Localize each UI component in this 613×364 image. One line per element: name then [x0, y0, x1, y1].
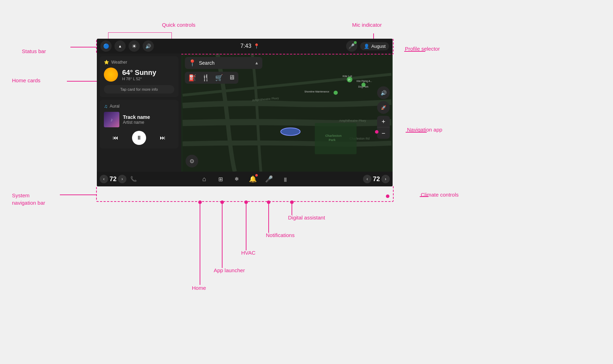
svg-rect-0 — [183, 53, 392, 172]
track-thumb-icon: ♪ — [111, 117, 113, 122]
map-search-text: Search — [199, 60, 252, 66]
weather-temperature: 64° Sunny — [122, 69, 156, 77]
home-line — [200, 202, 200, 285]
app-launcher-label: App launcher — [214, 267, 245, 273]
shopping-button[interactable]: 🛒 — [215, 74, 223, 82]
temp-left-down-button[interactable]: ‹ — [100, 175, 108, 183]
weather-icon: ⭐ — [104, 60, 109, 65]
map-search-bar[interactable]: 📍 Search ▲ — [185, 57, 262, 69]
screen-button[interactable]: 🖥 — [229, 74, 235, 82]
hvac-dot — [244, 200, 248, 204]
map-right-controls: 🔊 🚀 + − — [377, 87, 390, 139]
home-cards-line — [67, 81, 97, 82]
phone-button[interactable]: 📞 — [128, 173, 139, 185]
app-launcher-dot — [220, 200, 224, 204]
track-info: Track name Artist name — [123, 114, 150, 125]
quick-controls-line-top — [108, 32, 171, 33]
music-app-name: Aural — [110, 104, 120, 109]
map-categories: ⛽ 🍴 🛒 🖥 — [185, 72, 238, 84]
digital-asst-dot — [290, 200, 294, 204]
map-nav-button[interactable]: 🚀 — [377, 101, 390, 114]
svg-text:Park: Park — [329, 138, 336, 142]
svg-point-16 — [333, 91, 338, 95]
digital-assistant-button[interactable]: 🎤 — [263, 173, 275, 185]
left-panel: ⭐ Weather 64° Sunny H 78° L 52° Tap card… — [97, 53, 181, 172]
mic-indicator-label: Mic indicator — [352, 22, 382, 28]
hvac-button[interactable]: ❄ — [231, 173, 242, 185]
bottom-nav-bar: ‹ 72 › 📞 ⌂ ⊞ ❄ 🔔 🎤 ||| ‹ 72 › — [97, 172, 393, 186]
temp-right-up-button[interactable]: › — [381, 175, 390, 183]
notifications-button[interactable]: 🔔 — [247, 173, 258, 185]
gas-station-button[interactable]: ⛽ — [188, 74, 196, 82]
weather-card[interactable]: ⭐ Weather 64° Sunny H 78° L 52° Tap card… — [100, 56, 179, 97]
hvac-line — [246, 202, 246, 250]
system-nav-bar-dashed-box — [96, 186, 394, 202]
app-launcher-line — [222, 202, 223, 268]
notifications-label: Notifications — [266, 232, 295, 238]
temp-right-down-button[interactable]: ‹ — [363, 175, 371, 183]
home-label: Home — [192, 285, 206, 291]
svg-point-8 — [281, 128, 300, 135]
status-bar-center: 7:43 📍 — [240, 43, 259, 49]
svg-text:Charleston: Charleston — [325, 134, 342, 138]
svg-rect-5 — [315, 123, 357, 154]
signal-button[interactable]: ▲ — [114, 40, 126, 52]
notifications-line — [268, 202, 269, 233]
map-zoom-in-button[interactable]: + — [377, 116, 390, 127]
brightness-button[interactable]: ☀ — [129, 40, 140, 52]
next-track-button[interactable]: ⏭ — [156, 132, 169, 144]
weather-main: 64° Sunny H 78° L 52° — [104, 68, 174, 82]
map-area[interactable]: Amphitheatre Pkwy Amphitheatre Pkwy Char… — [181, 53, 393, 172]
music-app-icon: ♫ — [104, 103, 108, 109]
temp-left-display: 72 — [110, 175, 117, 183]
bluetooth-button[interactable]: 🔵 — [100, 40, 112, 52]
svg-text:Shoreline Maintenance: Shoreline Maintenance — [304, 90, 329, 93]
home-button[interactable]: ⌂ — [199, 173, 210, 185]
prev-track-button[interactable]: ⏮ — [109, 132, 122, 144]
app-launcher-button[interactable]: ⊞ — [215, 173, 226, 185]
profile-selector-button[interactable]: 👤 August — [360, 42, 389, 50]
status-bar-label: Status bar — [22, 48, 46, 54]
nav-right-climate: ‹ 72 › — [363, 175, 390, 183]
profile-name: August — [371, 44, 386, 49]
weather-app-name: Weather — [111, 60, 127, 65]
hvac-label: HVAC — [241, 250, 256, 256]
map-volume-button[interactable]: 🔊 — [377, 87, 390, 99]
climate-dot — [386, 194, 389, 198]
svg-text:P: P — [348, 78, 350, 82]
volume-button[interactable]: 🔊 — [143, 40, 154, 52]
quick-controls-label: Quick controls — [162, 22, 195, 28]
weather-header: ⭐ Weather — [104, 60, 174, 65]
map-settings-button[interactable]: ⚙ — [186, 155, 198, 167]
play-pause-button[interactable]: ⏸ — [132, 131, 146, 145]
svg-text:Dog Park: Dog Park — [358, 85, 369, 88]
nav-app-dot — [375, 130, 379, 134]
weather-sun-icon — [104, 68, 118, 82]
temp-left-up-button[interactable]: › — [118, 175, 126, 183]
climate-line — [420, 196, 429, 197]
car-screen: 🔵 ▲ ☀ 🔊 7:43 📍 🎤 👤 August ⭐ Weather — [97, 39, 393, 186]
music-track-row: ♪ Track name Artist name — [104, 112, 174, 127]
map-zoom-out-button[interactable]: − — [377, 128, 390, 139]
mic-indicator-button[interactable]: 🎤 — [346, 40, 357, 52]
restaurant-button[interactable]: 🍴 — [202, 74, 209, 82]
weather-info: 64° Sunny H 78° L 52° — [122, 69, 156, 81]
temp-right-display: 72 — [373, 175, 380, 183]
home-cards-label: Home cards — [12, 77, 40, 83]
audio-waveform-button[interactable]: ||| — [280, 173, 291, 185]
svg-text:Amphitheatre Pkwy: Amphitheatre Pkwy — [339, 119, 366, 122]
track-thumbnail: ♪ — [104, 112, 119, 127]
music-header: ♫ Aural — [104, 103, 174, 109]
map-search-chevron-icon: ▲ — [255, 60, 259, 65]
map-logo-icon: 📍 — [188, 59, 196, 67]
profile-line — [404, 51, 425, 52]
svg-text:Kite Lot: Kite Lot — [343, 75, 352, 78]
nav-app-line — [406, 132, 427, 133]
status-bar-left: 🔵 ▲ ☀ 🔊 — [100, 40, 154, 52]
map-svg: Amphitheatre Pkwy Amphitheatre Pkwy Char… — [181, 53, 393, 172]
time-display: 7:43 — [240, 43, 251, 49]
nav-center-icons: ⌂ ⊞ ❄ 🔔 🎤 ||| — [199, 173, 291, 185]
profile-icon: 👤 — [364, 44, 369, 49]
notifications-dot — [267, 200, 270, 204]
music-card[interactable]: ♫ Aural ♪ Track name Artist name ⏮ ⏸ ⏭ — [100, 100, 179, 148]
